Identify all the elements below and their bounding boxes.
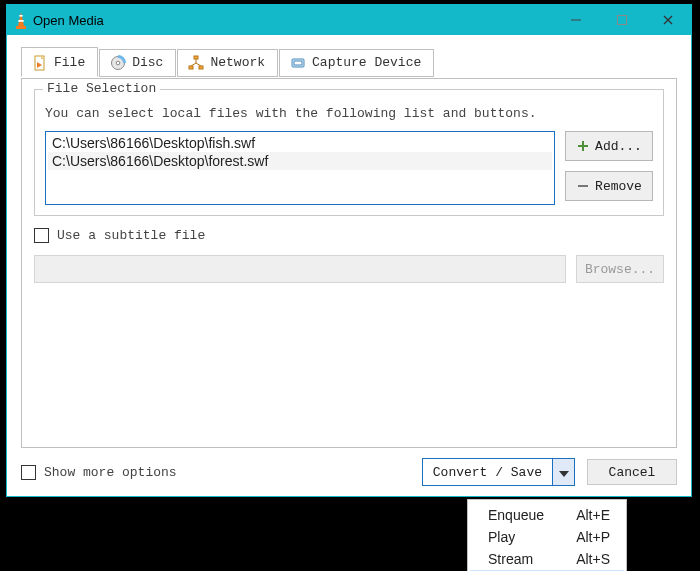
- tab-label: Network: [210, 55, 265, 70]
- title-bar: Open Media: [7, 5, 691, 35]
- plus-icon: [576, 139, 590, 153]
- svg-marker-21: [559, 471, 569, 477]
- convert-save-dropdown-arrow[interactable]: [552, 459, 574, 485]
- capture-device-icon: [290, 55, 306, 71]
- svg-rect-1: [19, 15, 22, 17]
- file-selection-legend: File Selection: [43, 81, 160, 96]
- add-button[interactable]: Add...: [565, 131, 653, 161]
- svg-rect-2: [18, 20, 23, 22]
- file-list-row[interactable]: C:\Users\86166\Desktop\forest.swf: [48, 152, 552, 170]
- subtitle-input-row: Browse...: [34, 255, 664, 283]
- subtitle-checkbox-label: Use a subtitle file: [57, 228, 205, 243]
- minimize-button[interactable]: [553, 5, 599, 35]
- maximize-button[interactable]: [599, 5, 645, 35]
- file-list[interactable]: C:\Users\86166\Desktop\fish.swf C:\Users…: [45, 131, 555, 205]
- tab-disc[interactable]: Disc: [99, 49, 176, 77]
- menu-item-shortcut: Alt+P: [576, 529, 610, 545]
- add-button-label: Add...: [595, 139, 642, 154]
- dialog-footer: Show more options Convert / Save Cancel: [21, 458, 677, 486]
- chevron-down-icon: [559, 465, 569, 480]
- open-media-window: Open Media File: [6, 4, 692, 497]
- file-selection-hint: You can select local files with the foll…: [45, 106, 653, 121]
- file-selection-group: File Selection You can select local file…: [34, 89, 664, 216]
- subtitle-row: Use a subtitle file: [34, 228, 664, 243]
- svg-rect-5: [618, 16, 627, 25]
- tab-network[interactable]: Network: [177, 49, 278, 77]
- disc-icon: [110, 55, 126, 71]
- minus-icon: [576, 179, 590, 193]
- remove-button[interactable]: Remove: [565, 171, 653, 201]
- tab-label: Disc: [132, 55, 163, 70]
- convert-save-label: Convert / Save: [433, 465, 542, 480]
- convert-save-button[interactable]: Convert / Save: [423, 459, 552, 485]
- menu-item-label: Stream: [488, 551, 533, 567]
- svg-point-12: [116, 61, 120, 65]
- subtitle-path-input: [34, 255, 566, 283]
- svg-marker-0: [18, 12, 24, 26]
- cancel-button-label: Cancel: [609, 465, 656, 480]
- menu-item-shortcut: Alt+E: [576, 507, 610, 523]
- svg-rect-13: [194, 56, 198, 59]
- svg-rect-20: [578, 185, 588, 187]
- more-options-row: Show more options: [21, 465, 177, 480]
- convert-save-dropdown-menu: Enqueue Alt+E Play Alt+P Stream Alt+S Co…: [467, 499, 627, 571]
- cancel-button[interactable]: Cancel: [587, 459, 677, 485]
- network-icon: [188, 55, 204, 71]
- file-side-buttons: Add... Remove: [565, 131, 653, 205]
- menu-item-stream[interactable]: Stream Alt+S: [470, 548, 624, 570]
- window-title: Open Media: [33, 13, 104, 28]
- tab-label: Capture Device: [312, 55, 421, 70]
- file-icon: [32, 55, 48, 71]
- subtitle-checkbox[interactable]: [34, 228, 49, 243]
- remove-button-label: Remove: [595, 179, 642, 194]
- more-options-label: Show more options: [44, 465, 177, 480]
- menu-item-label: Play: [488, 529, 515, 545]
- menu-item-shortcut: Alt+S: [576, 551, 610, 567]
- menu-item-label: Enqueue: [488, 507, 544, 523]
- client-area: File Disc Network: [7, 35, 691, 496]
- svg-rect-14: [189, 66, 193, 69]
- vlc-cone-icon: [13, 11, 29, 31]
- convert-save-split-button[interactable]: Convert / Save: [422, 458, 575, 486]
- more-options-checkbox[interactable]: [21, 465, 36, 480]
- tab-file[interactable]: File: [21, 47, 98, 77]
- file-list-row[interactable]: C:\Users\86166\Desktop\fish.swf: [48, 134, 552, 152]
- tab-panel-file: File Selection You can select local file…: [21, 78, 677, 448]
- tab-label: File: [54, 55, 85, 70]
- svg-rect-15: [199, 66, 203, 69]
- svg-rect-17: [294, 61, 302, 65]
- svg-rect-3: [16, 26, 26, 29]
- tab-strip: File Disc Network: [21, 49, 677, 79]
- svg-rect-19: [578, 145, 588, 147]
- window-controls: [553, 5, 691, 35]
- browse-button-label: Browse...: [585, 262, 655, 277]
- menu-item-play[interactable]: Play Alt+P: [470, 526, 624, 548]
- menu-item-enqueue[interactable]: Enqueue Alt+E: [470, 504, 624, 526]
- browse-button: Browse...: [576, 255, 664, 283]
- tab-capture-device[interactable]: Capture Device: [279, 49, 434, 77]
- close-button[interactable]: [645, 5, 691, 35]
